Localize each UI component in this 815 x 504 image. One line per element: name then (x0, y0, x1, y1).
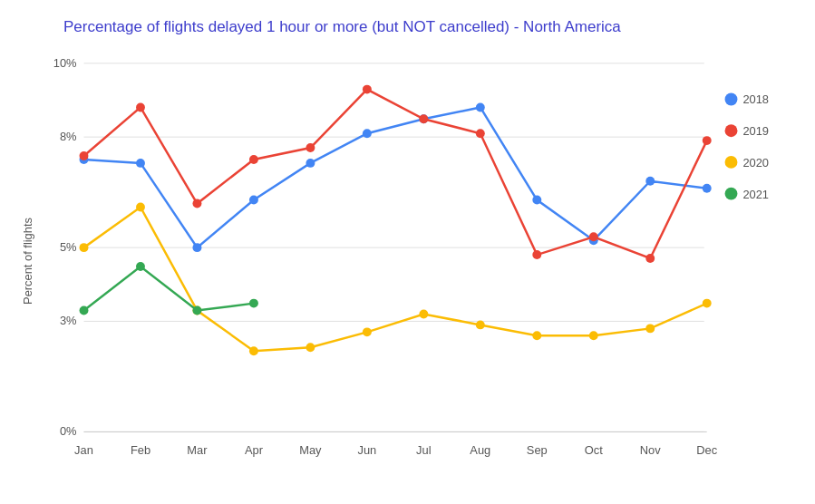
xtick-oct: Oct (585, 443, 603, 457)
y-axis-label: Percent of flights (21, 218, 34, 305)
chart-title: Percentage of flights delayed 1 hour or … (63, 18, 797, 36)
xtick-jan: Jan (74, 443, 93, 457)
xtick-nov: Nov (640, 443, 661, 457)
legend-label-2019: 2019 (742, 124, 769, 138)
dot-2018-aug (476, 102, 485, 111)
line-2018 (84, 107, 707, 247)
dot-2019-aug (476, 129, 485, 138)
dot-2018-jun (363, 129, 372, 138)
dot-2020-jun (363, 327, 372, 336)
chart-container: Percentage of flights delayed 1 hour or … (0, 0, 815, 504)
line-2020 (84, 208, 707, 352)
xtick-mar: Mar (187, 443, 208, 457)
dot-2018-apr (249, 196, 258, 205)
xtick-jul: Jul (416, 443, 431, 457)
line-2019 (84, 90, 707, 258)
dot-2019-sep (532, 250, 541, 259)
dot-2018-may (306, 159, 315, 168)
dot-2021-mar (192, 306, 201, 315)
dot-2020-may (306, 343, 315, 352)
dot-2020-feb (136, 203, 145, 212)
dot-2019-apr (249, 155, 258, 164)
dot-2019-jan (80, 151, 89, 160)
line-2021 (84, 267, 254, 311)
dot-2018-nov (645, 177, 655, 186)
dot-2021-jan (80, 306, 89, 315)
legend-label-2018: 2018 (742, 92, 769, 106)
dot-2019-mar (192, 199, 201, 208)
dot-2020-nov (645, 324, 655, 333)
dot-2019-dec (703, 136, 712, 145)
xtick-jun: Jun (357, 443, 376, 457)
dot-2019-may (306, 143, 315, 152)
chart-area: Percent of flights 10% 8% 5% 3% 0% Jan F… (18, 45, 797, 477)
dot-2020-sep (532, 331, 541, 340)
xtick-may: May (299, 443, 322, 457)
xtick-feb: Feb (131, 443, 150, 457)
ytick-10: 10% (53, 56, 77, 70)
ytick-5: 5% (60, 240, 77, 254)
dot-2018-feb (136, 159, 145, 168)
xtick-aug: Aug (470, 443, 490, 457)
dot-2019-feb (136, 102, 145, 111)
dot-2020-oct (589, 331, 598, 340)
ytick-0: 0% (60, 424, 77, 438)
xtick-dec: Dec (696, 443, 717, 457)
ytick-8: 8% (60, 130, 77, 143)
dot-2020-apr (249, 346, 258, 355)
dot-2020-dec (703, 299, 712, 308)
dot-2021-apr (249, 299, 258, 308)
legend-dot-2019 (725, 124, 738, 137)
dot-2019-oct (589, 232, 598, 241)
dot-2019-nov (645, 254, 655, 263)
legend-dot-2018 (725, 93, 738, 106)
legend-label-2020: 2020 (742, 156, 769, 170)
dot-2020-aug (476, 320, 485, 329)
dot-2019-jul (419, 114, 428, 123)
dot-2018-sep (532, 196, 541, 205)
xtick-sep: Sep (527, 443, 548, 457)
xtick-apr: Apr (245, 443, 264, 457)
dot-2018-mar (192, 243, 201, 252)
legend-dot-2021 (725, 188, 738, 200)
dot-2019-jun (363, 85, 372, 94)
dot-2020-jan (80, 243, 89, 252)
ytick-3: 3% (60, 314, 77, 327)
legend-label-2021: 2021 (742, 188, 769, 201)
dot-2018-dec (703, 184, 712, 193)
line-chart: Percent of flights 10% 8% 5% 3% 0% Jan F… (18, 45, 797, 477)
legend-dot-2020 (725, 156, 738, 169)
dot-2020-jul (419, 310, 428, 319)
dot-2021-feb (136, 262, 145, 271)
